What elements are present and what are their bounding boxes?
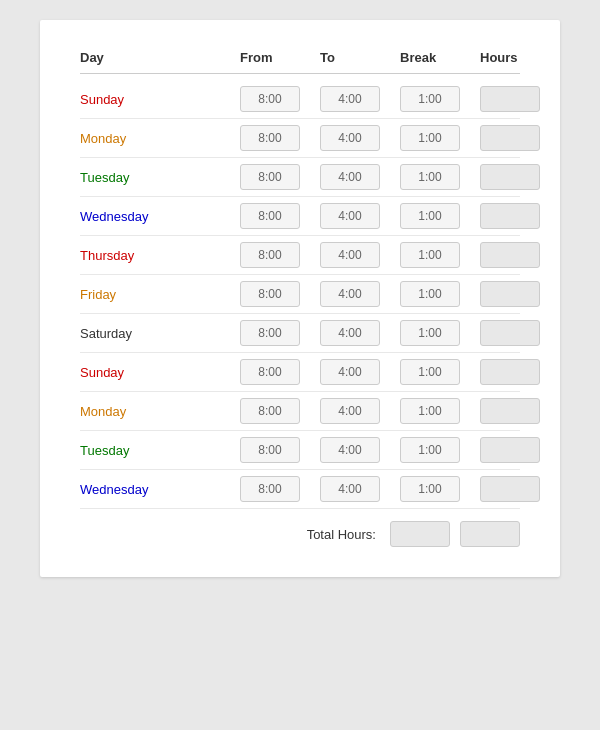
break-input[interactable]: 1:00 [400, 125, 460, 151]
from-input[interactable]: 8:00 [240, 398, 300, 424]
table-row: Tuesday 8:00 4:00 1:00 [80, 158, 520, 197]
total-box-2[interactable] [460, 521, 520, 547]
break-input[interactable]: 1:00 [400, 476, 460, 502]
from-input[interactable]: 8:00 [240, 242, 300, 268]
to-input[interactable]: 4:00 [320, 281, 380, 307]
table-row: Monday 8:00 4:00 1:00 [80, 392, 520, 431]
break-input[interactable]: 1:00 [400, 320, 460, 346]
from-input[interactable]: 8:00 [240, 164, 300, 190]
hours-box[interactable] [480, 203, 540, 229]
to-input[interactable]: 4:00 [320, 125, 380, 151]
header-to: To [320, 50, 400, 65]
hours-box[interactable] [480, 125, 540, 151]
hours-box[interactable] [480, 437, 540, 463]
table-row: Saturday 8:00 4:00 1:00 [80, 314, 520, 353]
table-header: Day From To Break Hours [80, 50, 520, 74]
break-input[interactable]: 1:00 [400, 281, 460, 307]
day-label: Wednesday [80, 209, 240, 224]
break-input[interactable]: 1:00 [400, 398, 460, 424]
hours-box[interactable] [480, 476, 540, 502]
from-input[interactable]: 8:00 [240, 281, 300, 307]
table-row: Sunday 8:00 4:00 1:00 [80, 353, 520, 392]
table-row: Sunday 8:00 4:00 1:00 [80, 80, 520, 119]
day-label: Wednesday [80, 482, 240, 497]
break-input[interactable]: 1:00 [400, 437, 460, 463]
header-break: Break [400, 50, 480, 65]
hours-box[interactable] [480, 281, 540, 307]
to-input[interactable]: 4:00 [320, 242, 380, 268]
to-input[interactable]: 4:00 [320, 164, 380, 190]
hours-box[interactable] [480, 242, 540, 268]
from-input[interactable]: 8:00 [240, 125, 300, 151]
table-row: Monday 8:00 4:00 1:00 [80, 119, 520, 158]
hours-box[interactable] [480, 320, 540, 346]
table-row: Wednesday 8:00 4:00 1:00 [80, 470, 520, 509]
hours-box[interactable] [480, 398, 540, 424]
total-box-1[interactable] [390, 521, 450, 547]
to-input[interactable]: 4:00 [320, 359, 380, 385]
total-label: Total Hours: [307, 527, 376, 542]
hours-box[interactable] [480, 359, 540, 385]
table-row: Wednesday 8:00 4:00 1:00 [80, 197, 520, 236]
table-row: Friday 8:00 4:00 1:00 [80, 275, 520, 314]
day-label: Monday [80, 131, 240, 146]
from-input[interactable]: 8:00 [240, 359, 300, 385]
from-input[interactable]: 8:00 [240, 476, 300, 502]
from-input[interactable]: 8:00 [240, 320, 300, 346]
hours-box[interactable] [480, 164, 540, 190]
header-hours: Hours [480, 50, 560, 65]
day-label: Friday [80, 287, 240, 302]
day-label: Tuesday [80, 443, 240, 458]
from-input[interactable]: 8:00 [240, 437, 300, 463]
hours-box[interactable] [480, 86, 540, 112]
to-input[interactable]: 4:00 [320, 203, 380, 229]
from-input[interactable]: 8:00 [240, 86, 300, 112]
table-row: Thursday 8:00 4:00 1:00 [80, 236, 520, 275]
to-input[interactable]: 4:00 [320, 437, 380, 463]
break-input[interactable]: 1:00 [400, 86, 460, 112]
day-label: Saturday [80, 326, 240, 341]
schedule-card: Day From To Break Hours Sunday 8:00 4:00… [40, 20, 560, 577]
header-day: Day [80, 50, 240, 65]
to-input[interactable]: 4:00 [320, 398, 380, 424]
total-row: Total Hours: [80, 521, 520, 547]
to-input[interactable]: 4:00 [320, 320, 380, 346]
day-label: Sunday [80, 365, 240, 380]
break-input[interactable]: 1:00 [400, 242, 460, 268]
from-input[interactable]: 8:00 [240, 203, 300, 229]
to-input[interactable]: 4:00 [320, 476, 380, 502]
header-from: From [240, 50, 320, 65]
day-label: Thursday [80, 248, 240, 263]
break-input[interactable]: 1:00 [400, 359, 460, 385]
to-input[interactable]: 4:00 [320, 86, 380, 112]
day-label: Monday [80, 404, 240, 419]
break-input[interactable]: 1:00 [400, 164, 460, 190]
table-row: Tuesday 8:00 4:00 1:00 [80, 431, 520, 470]
rows-container: Sunday 8:00 4:00 1:00 Monday 8:00 4:00 1… [80, 80, 520, 509]
day-label: Sunday [80, 92, 240, 107]
day-label: Tuesday [80, 170, 240, 185]
break-input[interactable]: 1:00 [400, 203, 460, 229]
